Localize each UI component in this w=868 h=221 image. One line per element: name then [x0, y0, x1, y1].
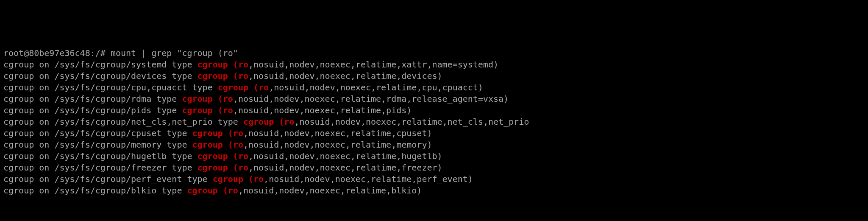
- output-text: cgroup on /sys/fs/cgroup/freezer type: [3, 162, 198, 173]
- grep-match: cgroup (ro: [192, 128, 243, 138]
- grep-match: cgroup (ro: [192, 140, 243, 150]
- output-text: ,nosuid,nodev,noexec,relatime,xattr,name…: [248, 59, 498, 70]
- output-text: cgroup on /sys/fs/cgroup/systemd type: [3, 59, 198, 70]
- output-text: cgroup on /sys/fs/cgroup/devices type: [3, 71, 198, 81]
- output-line: cgroup on /sys/fs/cgroup/rdma type cgrou…: [3, 93, 865, 105]
- output-line: cgroup on /sys/fs/cgroup/hugetlb type cg…: [3, 151, 865, 162]
- output-text: ,nosuid,nodev,noexec,relatime,pids): [233, 105, 412, 115]
- output-line: cgroup on /sys/fs/cgroup/perf_event type…: [3, 173, 865, 185]
- output-text: ,nosuid,nodev,noexec,relatime,perf_event…: [264, 174, 473, 184]
- output-line: cgroup on /sys/fs/cgroup/systemd type cg…: [3, 59, 865, 70]
- output-text: ,nosuid,nodev,noexec,relatime,devices): [248, 71, 442, 81]
- output-text: ,nosuid,nodev,noexec,relatime,hugetlb): [248, 151, 442, 161]
- output-text: cgroup on /sys/fs/cgroup/memory type: [3, 140, 192, 150]
- output-line: cgroup on /sys/fs/cgroup/freezer type cg…: [3, 162, 865, 173]
- output-line: cgroup on /sys/fs/cgroup/devices type cg…: [3, 70, 865, 82]
- grep-match: cgroup (ro: [243, 117, 294, 127]
- grep-match: cgroup (ro: [198, 162, 248, 173]
- output-line: cgroup on /sys/fs/cgroup/pids type cgrou…: [3, 105, 865, 116]
- output-text: cgroup on /sys/fs/cgroup/perf_event type: [3, 174, 213, 184]
- output-text: cgroup on /sys/fs/cgroup/net_cls,net_pri…: [3, 117, 243, 127]
- output-text: ,nosuid,nodev,noexec,relatime,freezer): [248, 162, 442, 173]
- output-text: ,nosuid,nodev,noexec,relatime,rdma,relea…: [233, 94, 509, 104]
- output-text: cgroup on /sys/fs/cgroup/pids type: [3, 105, 182, 115]
- prompt-line[interactable]: root@80be97e36c48:/# mount | grep "cgrou…: [3, 48, 865, 59]
- output-line: cgroup on /sys/fs/cgroup/memory type cgr…: [3, 139, 865, 151]
- grep-match: cgroup (ro: [218, 82, 269, 92]
- output-line: cgroup on /sys/fs/cgroup/net_cls,net_pri…: [3, 116, 865, 128]
- grep-match: cgroup (ro: [182, 105, 233, 115]
- output-text: cgroup on /sys/fs/cgroup/rdma type: [3, 94, 182, 104]
- grep-match: cgroup (ro: [182, 94, 233, 104]
- grep-match: cgroup (ro: [213, 174, 264, 184]
- command-text: mount | grep "cgroup (ro": [111, 48, 238, 58]
- output-text: cgroup on /sys/fs/cgroup/cpuset type: [3, 128, 192, 138]
- output-text: ,nosuid,nodev,noexec,relatime,cpu,cpuacc…: [269, 82, 483, 92]
- output-text: ,nosuid,nodev,noexec,relatime,blkio): [238, 185, 422, 196]
- output-text: cgroup on /sys/fs/cgroup/cpu,cpuacct typ…: [3, 82, 218, 92]
- output-line: cgroup on /sys/fs/cgroup/cpuset type cgr…: [3, 128, 865, 139]
- output-text: ,nosuid,nodev,noexec,relatime,net_cls,ne…: [294, 117, 529, 127]
- output-text: cgroup on /sys/fs/cgroup/blkio type: [3, 185, 187, 196]
- output-text: ,nosuid,nodev,noexec,relatime,cpuset): [243, 128, 432, 138]
- output-line: cgroup on /sys/fs/cgroup/blkio type cgro…: [3, 185, 865, 196]
- output-line: cgroup on /sys/fs/cgroup/cpu,cpuacct typ…: [3, 82, 865, 93]
- output-text: cgroup on /sys/fs/cgroup/hugetlb type: [3, 151, 198, 161]
- grep-match: cgroup (ro: [198, 71, 248, 81]
- grep-match: cgroup (ro: [187, 185, 238, 196]
- grep-match: cgroup (ro: [198, 59, 248, 70]
- shell-prompt: root@80be97e36c48:/#: [3, 48, 111, 58]
- output-text: ,nosuid,nodev,noexec,relatime,memory): [243, 140, 432, 150]
- grep-match: cgroup (ro: [198, 151, 248, 161]
- terminal-output: root@80be97e36c48:/# mount | grep "cgrou…: [3, 48, 865, 196]
